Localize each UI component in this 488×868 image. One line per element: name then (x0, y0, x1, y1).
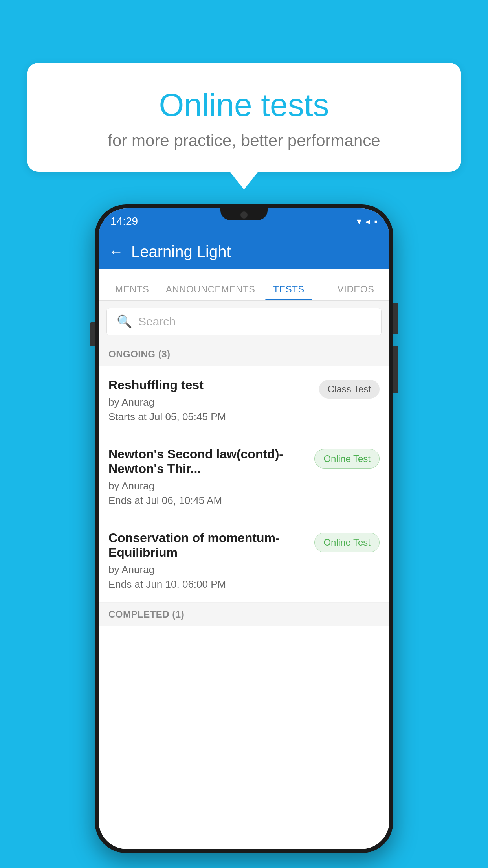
test-info: Reshuffling test by Anurag Starts at Jul… (108, 378, 313, 423)
phone-screen: 14:29 ▾ ◂ ▪ ← Learning Light MENTS ANNOU… (99, 208, 389, 849)
phone-frame: 14:29 ▾ ◂ ▪ ← Learning Light MENTS ANNOU… (95, 204, 393, 853)
speech-bubble: Online tests for more practice, better p… (27, 63, 461, 172)
test-badge-online: Online Test (314, 449, 380, 469)
tabs-bar: MENTS ANNOUNCEMENTS TESTS VIDEOS (99, 269, 389, 301)
bubble-subtitle: for more practice, better performance (46, 131, 442, 150)
wifi-icon: ▾ (357, 216, 361, 227)
completed-section-header: COMPLETED (1) (99, 603, 389, 626)
search-input[interactable]: Search (138, 315, 176, 328)
search-container: 🔍 Search (99, 301, 389, 342)
status-icons: ▾ ◂ ▪ (357, 216, 378, 227)
test-badge-class: Class Test (319, 380, 380, 399)
tab-ments[interactable]: MENTS (99, 284, 166, 300)
ongoing-section-header: ONGOING (3) (99, 342, 389, 366)
test-list: Reshuffling test by Anurag Starts at Jul… (99, 366, 389, 603)
test-name: Newton's Second law(contd)-Newton's Thir… (108, 447, 308, 476)
tab-tests[interactable]: TESTS (255, 284, 323, 300)
test-name: Conservation of momentum-Equilibrium (108, 531, 308, 560)
test-item[interactable]: Reshuffling test by Anurag Starts at Jul… (99, 366, 389, 435)
app-header: ← Learning Light (99, 234, 389, 269)
tab-announcements[interactable]: ANNOUNCEMENTS (166, 284, 255, 300)
bubble-title: Online tests (46, 86, 442, 123)
test-author: by Anurag (108, 480, 308, 492)
test-info: Conservation of momentum-Equilibrium by … (108, 531, 308, 590)
volume-right-button (393, 346, 398, 393)
status-time: 14:29 (110, 215, 138, 228)
test-item[interactable]: Newton's Second law(contd)-Newton's Thir… (99, 435, 389, 519)
test-info: Newton's Second law(contd)-Newton's Thir… (108, 447, 308, 507)
tab-videos[interactable]: VIDEOS (322, 284, 389, 300)
test-item[interactable]: Conservation of momentum-Equilibrium by … (99, 519, 389, 603)
test-time: Ends at Jun 10, 06:00 PM (108, 578, 308, 590)
search-bar[interactable]: 🔍 Search (106, 308, 382, 335)
volume-button (90, 322, 95, 346)
signal-icon: ◂ (365, 216, 370, 227)
battery-icon: ▪ (374, 216, 378, 227)
camera (240, 211, 248, 219)
status-bar: 14:29 ▾ ◂ ▪ (99, 208, 389, 234)
test-name: Reshuffling test (108, 378, 313, 392)
app-title: Learning Light (131, 243, 231, 261)
test-time: Ends at Jul 06, 10:45 AM (108, 495, 308, 507)
back-button[interactable]: ← (108, 243, 123, 260)
search-icon: 🔍 (117, 314, 132, 329)
test-author: by Anurag (108, 564, 308, 576)
test-time: Starts at Jul 05, 05:45 PM (108, 411, 313, 423)
test-author: by Anurag (108, 396, 313, 408)
notch (220, 208, 268, 220)
test-badge-online: Online Test (314, 533, 380, 552)
power-button (393, 303, 398, 334)
